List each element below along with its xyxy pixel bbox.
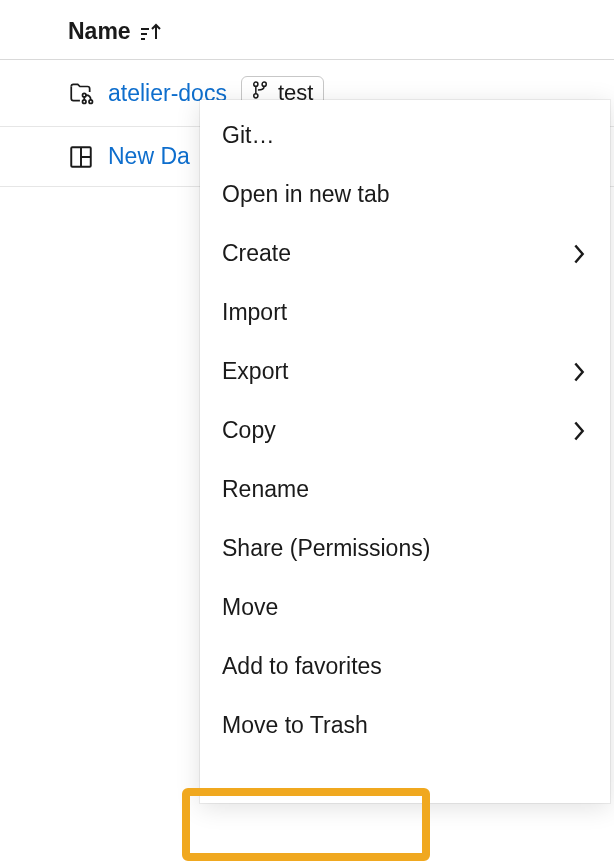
svg-point-10 [254, 94, 258, 98]
chevron-right-icon [572, 243, 586, 265]
menu-item-move-trash[interactable]: Move to Trash [200, 696, 610, 755]
menu-item-label: Share (Permissions) [222, 535, 430, 562]
menu-item-copy[interactable]: Copy [200, 401, 610, 460]
menu-item-label: Create [222, 240, 291, 267]
menu-item-add-favorites[interactable]: Add to favorites [200, 637, 610, 696]
chevron-right-icon [572, 420, 586, 442]
svg-point-5 [89, 100, 92, 103]
menu-item-create[interactable]: Create [200, 224, 610, 283]
menu-item-open-new-tab[interactable]: Open in new tab [200, 165, 610, 224]
menu-item-label: Add to favorites [222, 653, 382, 680]
menu-item-label: Copy [222, 417, 276, 444]
menu-item-import[interactable]: Import [200, 283, 610, 342]
menu-item-label: Move to Trash [222, 712, 368, 739]
dashboard-icon [68, 144, 94, 170]
menu-item-export[interactable]: Export [200, 342, 610, 401]
menu-item-label: Git… [222, 122, 274, 149]
menu-item-rename[interactable]: Rename [200, 460, 610, 519]
svg-point-9 [262, 82, 266, 86]
menu-item-share[interactable]: Share (Permissions) [200, 519, 610, 578]
svg-point-6 [83, 100, 86, 103]
menu-item-git[interactable]: Git… [200, 106, 610, 165]
context-menu: Git… Open in new tab Create Import Expor… [200, 100, 610, 803]
chevron-right-icon [572, 361, 586, 383]
menu-item-label: Export [222, 358, 288, 385]
sort-icon [139, 22, 163, 42]
menu-item-label: Move [222, 594, 278, 621]
menu-item-label: Open in new tab [222, 181, 390, 208]
menu-item-move[interactable]: Move [200, 578, 610, 637]
column-header-name[interactable]: Name [0, 0, 614, 59]
menu-item-label: Import [222, 299, 287, 326]
menu-item-label: Rename [222, 476, 309, 503]
row-name-link[interactable]: New Da [108, 143, 190, 170]
folder-git-icon [68, 80, 94, 106]
column-header-label: Name [68, 18, 131, 45]
svg-point-4 [83, 93, 86, 96]
svg-point-8 [254, 82, 258, 86]
